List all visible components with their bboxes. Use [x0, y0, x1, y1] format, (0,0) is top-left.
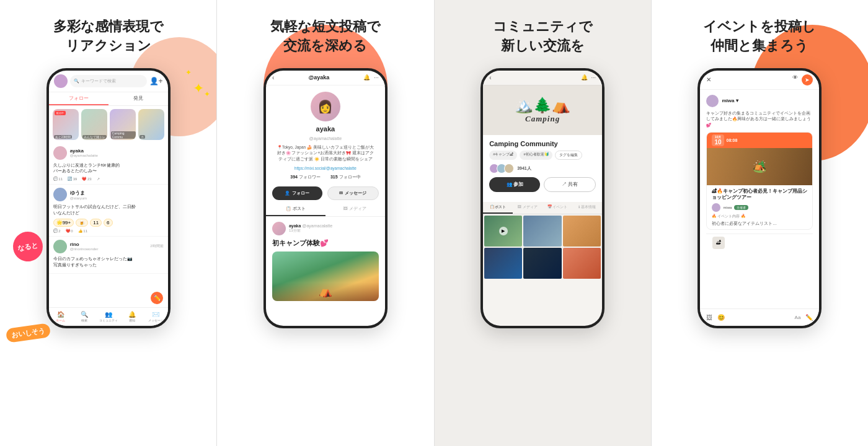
- community-footer: 🏕: [706, 234, 813, 251]
- tab-discover[interactable]: 発見: [108, 92, 168, 105]
- profile-tabs: 📋ポスト 🖼メディア: [266, 203, 385, 217]
- bell-icon-3[interactable]: 🔔: [581, 74, 588, 81]
- sticker-oishiso: おいしそう: [6, 323, 51, 343]
- nav-messages[interactable]: ✉️ メッセージ: [144, 312, 167, 322]
- story-item-3[interactable]: Camping Commu: [110, 109, 136, 140]
- event-body: 🏕🔥キャンプ初心者必見！キャンプ用品ショッピングツアー miwa 主催者 🔥 イ…: [707, 185, 812, 229]
- nav-search[interactable]: 🔍 検索: [73, 312, 96, 322]
- community-tags: #キャンプ🏕 #初心者歓迎🔰 タグを編集: [489, 151, 596, 160]
- topbar-icons: 🔔 ···: [363, 74, 379, 81]
- close-button[interactable]: ✕: [706, 76, 711, 83]
- phone-4: ✕ 👁 ➤ miwa ▾ キャンプ好きの集まるコミュニティでイベントを企画してみ…: [698, 68, 822, 328]
- subtab-events[interactable]: 📅 イベント: [542, 202, 572, 214]
- post2-reactions: 💬 2 ❤️ 0 👍 11: [53, 229, 164, 233]
- follow-button[interactable]: 👤フォロー: [272, 186, 322, 200]
- back-button[interactable]: ‹: [272, 74, 274, 81]
- emoji-icon[interactable]: 😊: [717, 314, 725, 321]
- back-button-3[interactable]: ‹: [489, 74, 491, 81]
- post-time: 13分前: [289, 228, 332, 234]
- tab-posts[interactable]: 📋ポスト: [266, 203, 326, 216]
- tag-edit[interactable]: タグを編集: [555, 151, 582, 160]
- post3-time: 2時間前: [150, 243, 163, 249]
- reaction-comment[interactable]: 💬 2: [53, 229, 61, 233]
- phone2-topbar: ‹ @ayaka 🔔 ···: [266, 71, 385, 85]
- followers-stat: 394 フォロワー: [290, 174, 321, 180]
- host-badge: 主催者: [734, 205, 748, 210]
- join-button[interactable]: 👥 参加: [489, 177, 540, 192]
- panel2-heading: 気軽な短文投稿で 交流を深める: [270, 17, 381, 56]
- story-item-1[interactable]: 配信中 あと23時間: [53, 109, 79, 140]
- eye-icon[interactable]: 👁: [792, 74, 798, 85]
- media-grid: ▶: [483, 214, 602, 280]
- grid-item-1[interactable]: ▶: [484, 216, 522, 247]
- search-bar[interactable]: 🔍 キーワードで検索: [70, 75, 147, 87]
- reaction-share[interactable]: ↗: [97, 177, 100, 181]
- post3-name: rino: [70, 242, 99, 247]
- story-item-2[interactable]: みんなで踊トレ: [81, 109, 107, 140]
- star-decoration: ✦: [193, 81, 204, 97]
- author-name: miwa ▾: [722, 98, 738, 103]
- emoji-2: 🍺: [76, 219, 88, 227]
- panel-events: イベントを投稿し 仲間と集まろう ✕ 👁 ➤ miwa ▾ キャンプ好きの集まる…: [652, 0, 868, 446]
- subtab-media[interactable]: 🖼 メディア: [513, 202, 542, 214]
- event-date-box: 10月 10: [712, 134, 724, 146]
- post1-reactions: 💬 11 🔄 39 ❤️ 23 ↗: [53, 177, 164, 181]
- tag-camp[interactable]: #キャンプ🏕: [489, 151, 517, 160]
- user-avatar-small: [54, 74, 68, 88]
- post3-handle: @rinorinowonder: [70, 247, 99, 251]
- image-icon[interactable]: 🖼: [706, 314, 712, 321]
- reaction-retweet[interactable]: 🔄 39: [68, 177, 77, 181]
- text-format-button[interactable]: Aa: [795, 315, 801, 320]
- tab-follow[interactable]: フォロー: [49, 92, 108, 105]
- story-label-1: あと23時間: [54, 135, 73, 139]
- grid-item-5[interactable]: [523, 248, 561, 279]
- event-title: 🏕🔥キャンプ初心者必見！キャンプ用品ショッピングツアー: [712, 188, 807, 201]
- emoji-1: 🌟99+: [53, 219, 74, 227]
- nav-community[interactable]: 👥 コミュニティ: [96, 312, 120, 322]
- grid-item-6[interactable]: [563, 248, 601, 279]
- profile-link[interactable]: https://mixi.social/@ayamachalatte: [294, 166, 356, 170]
- post1-avatar: [53, 146, 67, 160]
- panel-posts: 気軽な短文投稿で 交流を深める ‹ @ayaka 🔔 ··· 👩 ayaka @…: [217, 0, 433, 446]
- post-3: rino @rinorinowonder 2時間前 今日のカフェめっちゃオシャレ…: [49, 237, 168, 274]
- more-icon[interactable]: ···: [374, 74, 379, 81]
- share-button[interactable]: ↗ 共有: [544, 177, 596, 192]
- phone4-topbar: ✕ 👁 ➤: [700, 71, 819, 90]
- send-button[interactable]: ➤: [802, 74, 813, 85]
- reaction-like2[interactable]: 👍 11: [78, 229, 87, 233]
- compose-button[interactable]: ✏️: [151, 292, 163, 304]
- bell-icon[interactable]: 🔔: [363, 74, 370, 81]
- event-image: 🏕️: [707, 148, 812, 185]
- tag-beginner[interactable]: #初心者歓迎🔰: [520, 151, 552, 160]
- send-icon-bottom[interactable]: ✏️: [805, 314, 813, 321]
- emoji-4: 6: [104, 219, 112, 227]
- add-user-icon[interactable]: 👤+: [149, 77, 163, 85]
- feed-tabs: フォロー 発見: [49, 92, 168, 106]
- grid-item-2[interactable]: [523, 216, 561, 247]
- reaction-heart2[interactable]: ❤️ 0: [66, 229, 73, 233]
- nav-home[interactable]: 🏠 ホーム: [49, 312, 73, 322]
- event-content-text: 初心者に必要なアイテムリスト…: [712, 221, 807, 226]
- play-button[interactable]: ▶: [499, 227, 508, 235]
- community-logo: 🏔️🌲⛺ Camping: [515, 97, 570, 124]
- event-date-header: 10月 10 08:08: [707, 133, 812, 148]
- tab-media[interactable]: 🖼メディア: [326, 203, 385, 216]
- subtab-info[interactable]: ℹ 基本情報: [572, 202, 602, 214]
- grid-item-3[interactable]: [563, 216, 601, 247]
- event-post-header: miwa ▾: [706, 95, 813, 107]
- reaction-heart[interactable]: 💬 11: [53, 177, 63, 181]
- grid-item-4[interactable]: [484, 248, 522, 279]
- post1-text: 久しぶりに友達とランチ🍽 健康的バーあるとたのしみ〜: [53, 162, 164, 175]
- more-icon-3[interactable]: ···: [591, 74, 596, 81]
- subtab-posts[interactable]: 📋 ポスト: [483, 202, 513, 214]
- member-av-3: [504, 164, 514, 173]
- phone-2: ‹ @ayaka 🔔 ··· 👩 ayaka @ayamachalatte 📍T…: [264, 68, 388, 328]
- event-post-text: キャンプ好きの集まるコミュニティでイベントを企画してみました🔥興味がある方は一緒…: [706, 110, 813, 128]
- profile-section: 👩 ayaka @ayamachalatte 📍Tokyo, Japan 🍰 美…: [266, 85, 385, 186]
- story-item-4[interactable]: カ: [138, 109, 164, 140]
- reaction-like[interactable]: ❤️ 23: [82, 177, 91, 181]
- message-button[interactable]: ✉メッセージ: [327, 186, 379, 200]
- community-logo-small: 🏕: [712, 237, 725, 249]
- panel4-heading: イベントを投稿し 仲間と集まろう: [703, 17, 816, 56]
- nav-notifications[interactable]: 🔔 通知: [120, 312, 144, 322]
